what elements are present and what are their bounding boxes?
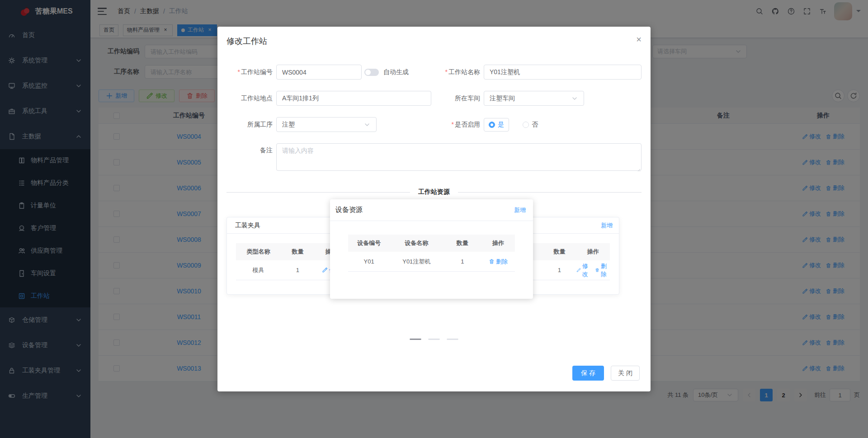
workshop-select[interactable]: 注塑车间 — [484, 91, 584, 106]
device-table-header: 设备编号 设备名称 数量 操作 — [348, 235, 515, 252]
enabled-yes-radio[interactable]: 是 — [484, 118, 509, 132]
auto-generate-label: 自动生成 — [383, 68, 409, 76]
process-select[interactable]: 注塑 — [276, 117, 377, 132]
name-field-label: *工作站名称 — [434, 68, 484, 76]
radio-icon — [489, 122, 495, 128]
auto-generate-toggle[interactable] — [364, 69, 379, 76]
device-add-link[interactable]: 新增 — [514, 206, 526, 214]
remark-textarea[interactable] — [276, 143, 642, 171]
device-table-row: Y01 Y01注塑机 1 删除 — [348, 252, 515, 272]
enabled-no-radio[interactable]: 否 — [523, 121, 538, 129]
workshop-field-label: 所在车间 — [434, 94, 484, 103]
dialog-close-icon[interactable]: × — [636, 35, 642, 44]
carousel-indicators — [410, 339, 458, 340]
radio-icon — [523, 122, 529, 128]
carousel-indicator[interactable] — [429, 339, 440, 340]
code-field-label: *工作站编号 — [226, 68, 276, 76]
process-field-label: 所属工序 — [226, 121, 276, 129]
pencil-icon — [322, 267, 328, 273]
dialog-footer: 保 存 关 闭 — [572, 366, 640, 381]
trash-icon — [595, 267, 599, 273]
name-field-input[interactable] — [484, 65, 642, 80]
location-field-label: 工作站地点 — [226, 94, 276, 103]
carousel-indicator[interactable] — [447, 339, 458, 340]
edit-workstation-dialog: 修改工作站 × *工作站编号 自动生成 *工作站名称 工作站地点 所在车间 — [217, 27, 651, 391]
carousel-indicator[interactable] — [410, 339, 421, 340]
chevron-down-icon — [571, 95, 578, 102]
pencil-icon — [576, 267, 581, 273]
dialog-title: 修改工作站 — [226, 37, 267, 46]
resources-divider: 工作站资源 — [226, 192, 642, 193]
location-field-input[interactable] — [276, 91, 431, 106]
fixture-card-title: 工装夹具 — [235, 221, 260, 230]
right-card-delete-link[interactable]: 删除 — [595, 262, 610, 278]
device-panel-title: 设备资源 — [335, 206, 363, 214]
enabled-field-label: *是否启用 — [434, 121, 484, 129]
save-button[interactable]: 保 存 — [572, 366, 604, 381]
dialog-header: 修改工作站 × — [217, 27, 651, 52]
code-field-input[interactable] — [276, 65, 362, 80]
remark-field-label: 备注 — [226, 146, 276, 155]
right-card-add-link[interactable]: 新增 — [601, 221, 613, 230]
chevron-down-icon — [363, 121, 371, 128]
trash-icon — [489, 259, 495, 264]
device-delete-link[interactable]: 删除 — [489, 258, 508, 266]
right-card-edit-link[interactable]: 修改 — [576, 262, 591, 278]
close-button[interactable]: 关 闭 — [611, 366, 640, 381]
resources-divider-title: 工作站资源 — [410, 188, 458, 196]
device-resource-panel: 设备资源 新增 设备编号 设备名称 数量 操作 Y01 Y01注塑机 1 删除 — [330, 199, 533, 299]
